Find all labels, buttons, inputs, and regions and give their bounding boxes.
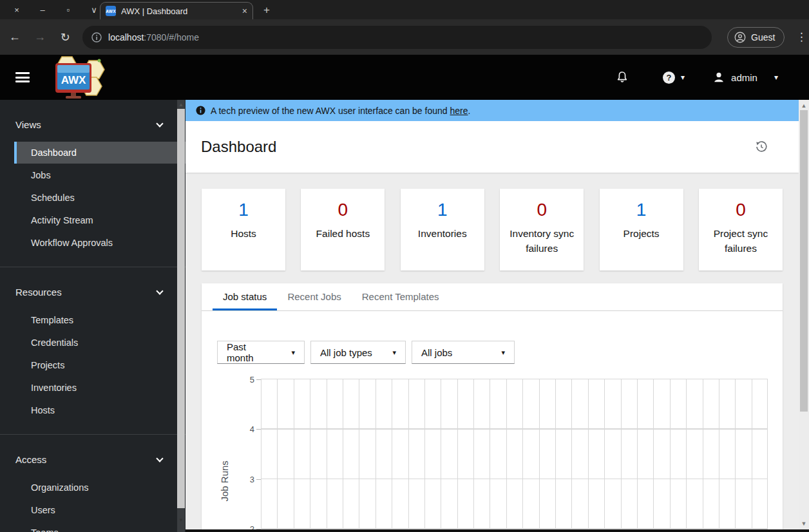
sidebar-item-activity-stream[interactable]: Activity Stream — [14, 209, 186, 231]
sidebar-nav: Views Dashboard Jobs Schedules Activity … — [0, 100, 186, 532]
nav-group-views[interactable]: Views — [0, 114, 186, 135]
scroll-down-icon[interactable]: ▼ — [799, 520, 809, 527]
y-tick-3: 3 — [239, 475, 254, 484]
back-icon[interactable]: ← — [4, 26, 25, 48]
stat-label: Inventories — [401, 226, 484, 241]
scroll-up-icon[interactable]: ▲ — [799, 102, 809, 109]
nav-section-access: Access Organizations Users Teams — [0, 435, 186, 532]
awx-logo[interactable]: AWX — [43, 55, 115, 99]
stat-card-hosts: 1 Hosts — [202, 189, 285, 271]
stat-value-link[interactable]: 1 — [437, 199, 448, 221]
page-scrollbar[interactable]: ▲ ▼ — [799, 100, 809, 532]
tech-preview-banner: A tech preview of the new AWX user inter… — [186, 100, 799, 121]
notifications-bell-icon[interactable] — [616, 71, 629, 84]
url-bar[interactable]: localhost:7080/#/home — [82, 26, 712, 49]
browser-tab[interactable]: AWX AWX | Dashboard × — [100, 2, 253, 19]
job-filter-select[interactable]: All jobs ▾ — [412, 341, 515, 364]
tab-recent-templates[interactable]: Recent Templates — [352, 283, 450, 310]
profile-label: Guest — [751, 32, 775, 43]
browser-menu-icon[interactable]: ⋮ — [794, 30, 809, 44]
sidebar-item-templates[interactable]: Templates — [14, 309, 186, 331]
chevron-down-icon — [156, 455, 163, 462]
sidebar-item-credentials[interactable]: Credentials — [14, 332, 186, 354]
caret-down-icon: ▾ — [291, 348, 295, 357]
main-content: A tech preview of the new AWX user inter… — [186, 100, 799, 532]
username-label[interactable]: admin — [731, 72, 757, 83]
dashboard-counts: 1 Hosts 0 Failed hosts 1 Inventories 0 I… — [202, 189, 783, 271]
tab-recent-jobs[interactable]: Recent Jobs — [277, 283, 351, 310]
new-tab-button[interactable]: + — [259, 3, 274, 18]
sidebar-item-users[interactable]: Users — [14, 499, 186, 521]
dashboard-tabs: Job status Recent Jobs Recent Templates — [202, 283, 783, 311]
job-type-select[interactable]: All job types ▾ — [310, 341, 406, 364]
sidebar-scrollbar-thumb[interactable] — [177, 109, 185, 508]
sidebar-item-projects[interactable]: Projects — [14, 354, 186, 376]
chevron-down-icon — [156, 120, 163, 127]
window-menu-icon[interactable]: ∨ — [89, 5, 99, 15]
url-text: localhost:7080/#/home — [108, 32, 199, 43]
tech-preview-link[interactable]: here — [450, 106, 468, 116]
stat-value-link[interactable]: 0 — [338, 199, 348, 221]
job-runs-chart — [261, 379, 768, 532]
page-header: Dashboard — [186, 121, 799, 173]
stat-value-link[interactable]: 1 — [238, 199, 249, 221]
sidebar-item-organizations[interactable]: Organizations — [14, 477, 186, 499]
sidebar-item-hosts[interactable]: Hosts — [14, 399, 186, 421]
history-icon[interactable] — [755, 140, 768, 153]
sidebar-item-inventories[interactable]: Inventories — [14, 377, 186, 399]
tab-title: AWX | Dashboard — [121, 6, 237, 16]
help-caret-icon[interactable]: ▾ — [681, 73, 685, 82]
banner-text: A tech preview of the new AWX user inter… — [211, 106, 470, 116]
user-icon — [713, 71, 725, 83]
nav-group-label: Views — [15, 119, 41, 130]
nav-group-label: Resources — [15, 287, 62, 298]
sidebar-item-teams[interactable]: Teams — [14, 522, 186, 532]
sidebar-scrollbar[interactable]: ▲ ▼ — [177, 100, 185, 532]
window-close-icon[interactable]: × — [12, 5, 22, 15]
caret-down-icon: ▾ — [392, 348, 396, 357]
site-info-icon[interactable] — [91, 32, 102, 43]
stat-value-link[interactable]: 1 — [636, 199, 647, 221]
stat-card-project-sync-failures: 0 Project sync failures — [699, 189, 783, 271]
user-menu-caret-icon[interactable]: ▾ — [774, 73, 778, 82]
screen: × – ▫ ∨ AWX AWX | Dashboard × + ← → ↻ lo… — [0, 0, 809, 532]
nav-group-access[interactable]: Access — [0, 449, 186, 470]
page-scrollbar-thumb[interactable] — [800, 110, 808, 412]
caret-down-icon: ▾ — [501, 348, 505, 357]
nav-toggle-button[interactable] — [15, 72, 30, 82]
help-icon[interactable]: ? — [662, 71, 676, 84]
forward-icon[interactable]: → — [29, 26, 50, 48]
sidebar-item-jobs[interactable]: Jobs — [14, 164, 186, 186]
reload-icon[interactable]: ↻ — [55, 26, 76, 48]
page-title: Dashboard — [201, 138, 276, 156]
y-tick-5: 5 — [239, 375, 254, 385]
stat-label: Failed hosts — [301, 226, 385, 241]
stat-value-link[interactable]: 0 — [736, 199, 746, 221]
profile-avatar-icon — [734, 32, 746, 43]
tab-job-status[interactable]: Job status — [213, 283, 277, 310]
chevron-down-icon — [156, 287, 163, 294]
svg-text:?: ? — [667, 73, 672, 82]
period-select[interactable]: Past month ▾ — [217, 341, 305, 364]
window-maximize-icon[interactable]: ▫ — [63, 5, 73, 15]
profile-button[interactable]: Guest — [727, 27, 785, 48]
sidebar-item-dashboard[interactable]: Dashboard — [14, 142, 186, 164]
nav-group-resources[interactable]: Resources — [0, 281, 186, 303]
bottom-edge-band — [186, 529, 809, 532]
stat-label: Hosts — [202, 226, 285, 241]
tab-close-icon[interactable]: × — [242, 6, 247, 16]
browser-tabstrip: × – ▫ ∨ AWX AWX | Dashboard × + — [0, 0, 809, 19]
scroll-down-icon[interactable]: ▼ — [177, 517, 185, 523]
stat-label: Project sync failures — [699, 226, 783, 256]
job-filter-select-value: All jobs — [421, 347, 452, 358]
job-type-select-value: All job types — [320, 347, 372, 358]
window-minimize-icon[interactable]: – — [37, 5, 48, 15]
sidebar-item-schedules[interactable]: Schedules — [14, 187, 186, 209]
sidebar-item-workflow-approvals[interactable]: Workflow Approvals — [14, 232, 186, 254]
nav-section-views: Views Dashboard Jobs Schedules Activity … — [0, 100, 186, 267]
stat-value-link[interactable]: 0 — [537, 199, 547, 221]
stat-label: Projects — [600, 226, 683, 241]
scroll-up-icon[interactable]: ▲ — [177, 102, 185, 108]
stat-card-inventory-sync-failures: 0 Inventory sync failures — [500, 189, 584, 271]
svg-text:AWX: AWX — [61, 74, 86, 86]
